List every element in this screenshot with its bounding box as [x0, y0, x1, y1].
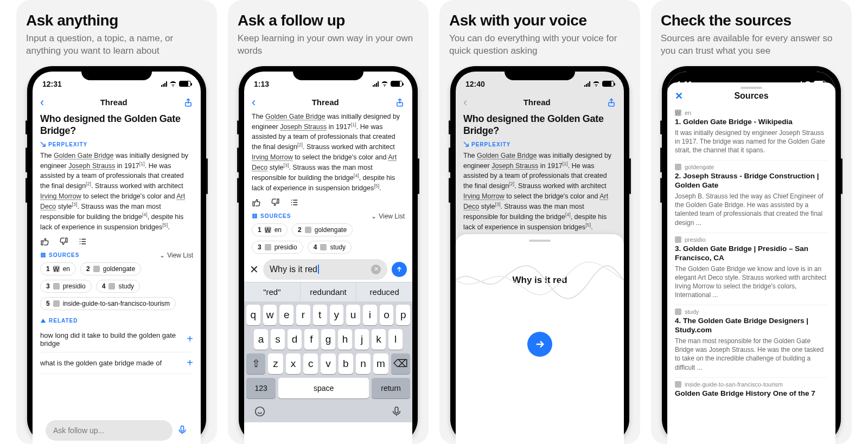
link-strauss[interactable]: Joseph Strauss [68, 162, 115, 170]
drag-handle[interactable] [741, 87, 762, 89]
source-item[interactable]: inside-guide-to-san-francisco-tourism Go… [675, 378, 828, 406]
key[interactable]: d [288, 329, 302, 350]
suggestion[interactable]: "red" [244, 282, 301, 301]
thumbs-up-button[interactable] [40, 237, 49, 246]
key[interactable]: s [271, 329, 285, 350]
source-item[interactable]: Wen 1. Golden Gate Bridge - Wikipedia It… [675, 106, 828, 160]
suggestion[interactable]: redundant [301, 282, 357, 301]
site-icon [675, 236, 681, 243]
wikipedia-icon: W [53, 266, 60, 272]
list-button[interactable] [290, 198, 299, 207]
submit-voice-button[interactable] [527, 332, 552, 357]
source-chip[interactable]: 1Wen [252, 223, 288, 236]
key[interactable]: z [268, 353, 283, 374]
key[interactable]: m [373, 353, 388, 374]
shift-key[interactable]: ⇧ [246, 353, 265, 374]
link-golden-gate[interactable]: Golden Gate Bridge [477, 152, 537, 159]
link-strauss[interactable]: Joseph Strauss [492, 162, 538, 170]
key[interactable]: x [286, 353, 301, 374]
key[interactable]: b [339, 353, 353, 374]
key[interactable]: r [296, 305, 310, 325]
source-chip[interactable]: 2goldengate [80, 262, 141, 275]
promo-card-3: Ask with your voice You can do everythin… [439, 0, 640, 444]
key[interactable]: w [263, 305, 277, 325]
link-strauss[interactable]: Joseph Strauss [280, 123, 327, 131]
key[interactable]: c [303, 353, 318, 374]
key[interactable]: v [321, 353, 335, 374]
thumbs-down-button[interactable] [59, 237, 68, 246]
source-chip[interactable]: 2goldengate [292, 223, 353, 236]
return-key[interactable]: return [372, 378, 410, 398]
back-button[interactable]: ‹ [463, 96, 467, 108]
link-golden-gate[interactable]: Golden Gate Bridge [54, 152, 114, 159]
source-item[interactable]: presidio 3. Golden Gate Bridge | Presidi… [675, 233, 828, 306]
source-chip[interactable]: 1Wen [40, 262, 76, 275]
share-button[interactable] [395, 98, 405, 107]
source-chip[interactable]: 4study [308, 241, 352, 254]
site-icon [53, 300, 60, 307]
drag-handle[interactable] [529, 240, 551, 242]
source-item[interactable]: study 4. The Golden Gate Bridge Designer… [675, 305, 828, 378]
space-key[interactable]: space [278, 378, 369, 398]
key[interactable]: p [396, 305, 410, 325]
view-list-button[interactable]: ⌄ View List [159, 252, 193, 259]
svg-point-3 [256, 407, 265, 416]
link-morrow[interactable]: Irving Morrow [252, 153, 293, 161]
numbers-key[interactable]: 123 [246, 378, 276, 398]
key[interactable]: f [304, 329, 318, 350]
key[interactable]: e [279, 305, 293, 325]
key[interactable]: o [380, 305, 394, 325]
link-golden-gate[interactable]: Golden Gate Bridge [265, 113, 326, 120]
site-icon [675, 164, 681, 170]
back-button[interactable]: ‹ [252, 96, 256, 108]
view-list-button[interactable]: ⌄ View List [371, 213, 405, 220]
key[interactable]: n [356, 353, 371, 374]
source-chip[interactable]: 3presidio [40, 280, 92, 293]
key[interactable]: u [346, 305, 360, 325]
followup-input[interactable]: Why is it red✕ [263, 259, 387, 280]
signal-icon [584, 81, 590, 87]
key[interactable]: k [372, 329, 386, 350]
card-title: Ask with your voice [449, 12, 630, 29]
key[interactable]: i [363, 305, 377, 325]
key[interactable]: q [246, 305, 260, 325]
share-button[interactable] [183, 98, 193, 107]
source-chip[interactable]: 5inside-guide-to-san-francisco-tourism [40, 297, 176, 310]
related-question[interactable]: what is the golden gate bridge made of+ [40, 352, 193, 374]
phone-frame: 1:13 ‹ Thread The Golden Gate Bridge was… [239, 66, 418, 444]
key[interactable]: l [388, 329, 403, 350]
mic-button[interactable] [177, 424, 188, 437]
key[interactable]: j [355, 329, 369, 350]
backspace-key[interactable]: ⌫ [391, 353, 410, 374]
share-button[interactable] [607, 98, 616, 107]
emoji-key[interactable] [254, 406, 266, 419]
dictate-key[interactable] [391, 406, 403, 419]
wifi-icon [169, 81, 177, 87]
key[interactable]: g [321, 329, 335, 350]
site-icon [305, 227, 311, 233]
plus-icon: + [187, 333, 193, 345]
key[interactable]: y [330, 305, 344, 325]
thumbs-down-button[interactable] [271, 198, 280, 207]
nav-bar: ‹ Thread [456, 93, 624, 112]
close-button[interactable]: ✕ [675, 90, 686, 102]
related-question[interactable]: how long did it take to build the golden… [40, 327, 193, 352]
key[interactable]: h [338, 329, 352, 350]
card-subtitle: Input a question, a topic, a name, or an… [26, 33, 207, 57]
key[interactable]: t [313, 305, 327, 325]
status-time: 1:13 [254, 80, 269, 88]
source-chip[interactable]: 3presidio [252, 241, 303, 254]
clear-button[interactable]: ✕ [371, 265, 381, 274]
back-button[interactable]: ‹ [40, 96, 44, 108]
source-item[interactable]: goldengate 2. Joseph Strauss - Bridge Co… [675, 160, 828, 233]
suggestion[interactable]: reduced [356, 282, 412, 301]
key[interactable]: a [254, 329, 268, 350]
close-button[interactable]: ✕ [250, 263, 259, 276]
list-button[interactable] [78, 237, 87, 246]
send-button[interactable] [392, 262, 407, 277]
followup-input[interactable]: Ask follow up... [46, 420, 173, 441]
source-chip[interactable]: 4study [96, 280, 140, 293]
link-morrow[interactable]: Irving Morrow [40, 192, 81, 200]
thumbs-up-button[interactable] [252, 198, 261, 207]
link-morrow[interactable]: Irving Morrow [463, 192, 505, 200]
